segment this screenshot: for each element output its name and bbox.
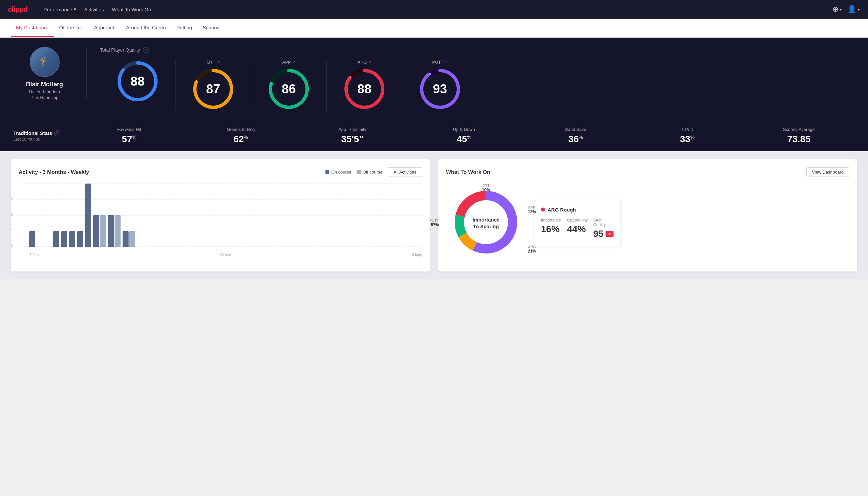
bars-container [29,184,422,247]
tab-approach[interactable]: Approach [89,19,121,37]
add-button[interactable]: ⊕ ▾ [832,5,842,14]
bar-off-course [129,231,135,247]
tab-scoring[interactable]: Scoring [198,19,225,37]
tab-putting[interactable]: Putting [171,19,198,37]
score-arg-value: 88 [358,82,372,96]
all-activities-button[interactable]: All Activities [388,167,422,177]
score-circles: 88 OTT ↗ 87 [100,60,855,111]
app-label: APP 12% [528,205,536,214]
user-menu[interactable]: 👤 ▾ [847,5,860,14]
bar-group [53,231,59,247]
bar-group [108,215,121,247]
score-arg: ARG ↗ 88 [327,60,403,111]
score-total: 88 [100,60,175,111]
score-app-value: 86 [282,82,296,96]
bar-on-course [53,231,59,247]
bar-group [61,231,67,247]
donut-center-label: ImportanceTo Scoring [473,217,500,230]
bottom-section: Activity - 3 Months - Weekly On course O… [0,151,868,279]
bar-group [29,231,35,247]
putt-label: PUTT 57% [429,218,439,227]
nav-what-to-work-on[interactable]: What To Work On [112,5,151,14]
score-ott-value: 87 [206,82,220,96]
tab-my-dashboard[interactable]: My Dashboard [11,19,54,37]
nav-links: Performance ▾ Activities What To Work On [44,5,151,14]
sub-nav: My Dashboard Off the Tee Approach Around… [0,19,868,37]
shot-quality-badge: ▼ [605,231,614,237]
score-total-value: 88 [130,74,145,89]
player-info: 🏌️ Blair McHarg United Kingdom Plus Hand… [13,47,86,100]
activity-panel-title: Activity - 3 Months - Weekly [19,169,326,175]
stat-fairways: Fairways Hit 57% [73,127,185,144]
chart-legend: On course Off course [326,170,383,174]
bar-off-course [114,215,121,247]
what-panel-title: What To Work On [446,169,806,175]
bar-on-course [108,215,114,247]
tab-off-the-tee[interactable]: Off the Tee [54,19,89,37]
bar-on-course [77,231,83,247]
player-name: Blair McHarg [26,81,63,88]
activity-panel: Activity - 3 Months - Weekly On course O… [11,159,430,272]
nav-activities[interactable]: Activities [84,5,104,14]
bar-group [93,215,106,247]
metric-importance: Importance 16% [541,218,562,239]
bar-on-course [61,231,67,247]
score-ott: OTT ↗ 87 [175,60,251,111]
tab-around-the-green[interactable]: Around the Green [121,19,171,37]
bar-on-course [69,231,75,247]
stat-gir: Greens In Reg 62% [185,127,297,144]
player-handicap: Plus Handicap [31,95,59,100]
bar-on-course [93,215,99,247]
view-dashboard-button[interactable]: View Dashboard [806,167,849,177]
top-nav: clippd Performance ▾ Activities What To … [0,0,868,19]
metric-shot-quality: Shot Quality 95 ▼ [593,218,614,239]
avatar: 🏌️ [30,47,60,77]
score-app: APP ↗ 86 [251,60,327,111]
what-to-work-on-panel: What To Work On View Dashboard [438,159,857,272]
hero-section: 🏌️ Blair McHarg United Kingdom Plus Hand… [0,37,868,120]
metric-opportunity: Opportunity 44% [567,218,587,239]
nav-right: ⊕ ▾ 👤 ▾ [832,5,860,14]
bar-on-course [123,231,129,247]
bar-on-course [85,184,91,247]
stats-bar: Traditional Stats ? Last 20 rounds Fairw… [0,120,868,151]
score-putt: PUTT ↗ 93 [403,60,478,111]
donut-section: ImportanceTo Scoring OTT 10% APP 12% ARG… [446,182,849,263]
stat-sandsave: Sand Save 36% [520,127,632,144]
arg-rough-indicator [541,207,545,212]
bar-on-course [29,231,35,247]
arg-rough-card: ARG Rough Importance 16% Opportunity 44%… [534,200,621,246]
traditional-stats-info[interactable]: ? [54,130,60,136]
bar-group [123,231,135,247]
bar-group [77,231,83,247]
scores-section: Total Player Quality ? 88 [86,47,855,111]
stat-scoring: Scoring Average 73.85 [743,127,855,144]
activity-chart: 4 3 2 1 0 7 Feb 28 Mar 9 May [19,184,422,257]
total-quality-info[interactable]: ? [143,47,149,53]
stat-updown: Up & Down 45% [408,127,520,144]
stat-oneputt: 1 Putt 33% [632,127,743,144]
player-country: United Kingdom [29,89,60,94]
ott-label: OTT 10% [482,184,490,192]
bar-group [85,184,91,247]
logo: clippd [8,5,28,14]
stat-proximity: App. Proximity 35'5" [297,127,408,144]
nav-performance[interactable]: Performance ▾ [44,5,76,14]
bar-off-course [100,215,106,247]
x-axis: 7 Feb 28 Mar 9 May [29,253,422,257]
score-putt-value: 93 [433,82,447,96]
bar-group [69,231,75,247]
arg-label: ARG 21% [528,245,536,253]
